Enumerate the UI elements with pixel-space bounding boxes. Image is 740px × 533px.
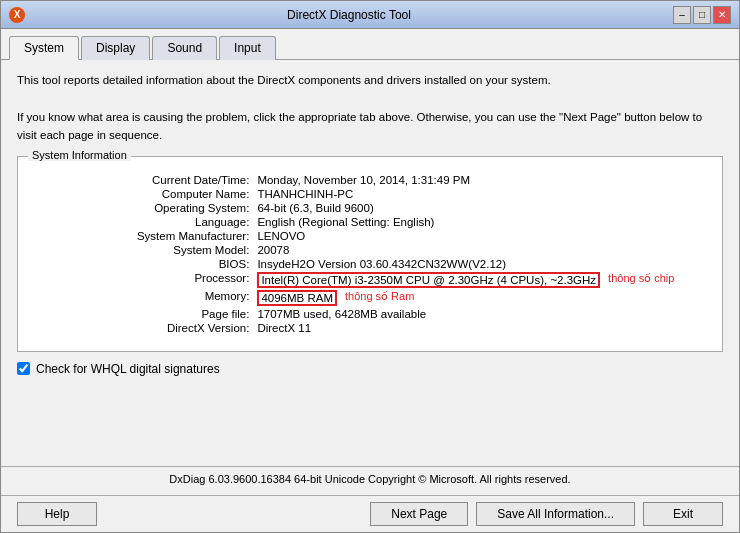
table-row: BIOS: InsydeH2O Version 03.60.4342CN32WW… — [34, 257, 706, 271]
processor-highlight-box: Intel(R) Core(TM) i3-2350M CPU @ 2.30GHz… — [257, 272, 600, 288]
field-value-memory: 4096MB RAM thông số Ram — [253, 289, 706, 307]
save-all-button[interactable]: Save All Information... — [476, 502, 635, 526]
field-value: InsydeH2O Version 03.60.4342CN32WW(V2.12… — [253, 257, 706, 271]
whql-checkbox[interactable] — [17, 362, 30, 375]
copyright-bar: DxDiag 6.03.9600.16384 64-bit Unicode Co… — [1, 466, 739, 495]
tab-sound[interactable]: Sound — [152, 36, 217, 60]
title-bar: X DirectX Diagnostic Tool – □ ✕ — [1, 1, 739, 29]
button-bar: Help Next Page Save All Information... E… — [1, 495, 739, 532]
field-value: English (Regional Setting: English) — [253, 215, 706, 229]
field-label: System Model: — [34, 243, 253, 257]
info-text-1: This tool reports detailed information a… — [17, 72, 723, 89]
table-row: Language: English (Regional Setting: Eng… — [34, 215, 706, 229]
window-controls: – □ ✕ — [673, 6, 731, 24]
processor-annotation: thông số chip — [608, 272, 674, 285]
field-label: Current Date/Time: — [34, 173, 253, 187]
tab-bar: System Display Sound Input — [1, 29, 739, 60]
system-info-table: Current Date/Time: Monday, November 10, … — [34, 173, 706, 335]
copyright-text: DxDiag 6.03.9600.16384 64-bit Unicode Co… — [17, 473, 723, 485]
app-icon: X — [9, 7, 25, 23]
table-row: DirectX Version: DirectX 11 — [34, 321, 706, 335]
minimize-button[interactable]: – — [673, 6, 691, 24]
field-value-processor: Intel(R) Core(TM) i3-2350M CPU @ 2.30GHz… — [253, 271, 706, 289]
table-row: Computer Name: THANHCHINH-PC — [34, 187, 706, 201]
field-label: Operating System: — [34, 201, 253, 215]
restore-button[interactable]: □ — [693, 6, 711, 24]
field-label-processor: Processor: — [34, 271, 253, 289]
close-button[interactable]: ✕ — [713, 6, 731, 24]
main-window: X DirectX Diagnostic Tool – □ ✕ System D… — [0, 0, 740, 533]
table-row: Page file: 1707MB used, 6428MB available — [34, 307, 706, 321]
field-value: LENOVO — [253, 229, 706, 243]
field-value: DirectX 11 — [253, 321, 706, 335]
main-content: This tool reports detailed information a… — [1, 60, 739, 466]
table-row-processor: Processor: Intel(R) Core(TM) i3-2350M CP… — [34, 271, 706, 289]
memory-annotation: thông số Ram — [345, 290, 414, 303]
field-label: DirectX Version: — [34, 321, 253, 335]
info-text-2: If you know what area is causing the pro… — [17, 109, 723, 144]
field-value: THANHCHINH-PC — [253, 187, 706, 201]
exit-button[interactable]: Exit — [643, 502, 723, 526]
field-value: Monday, November 10, 2014, 1:31:49 PM — [253, 173, 706, 187]
field-value: 1707MB used, 6428MB available — [253, 307, 706, 321]
field-value: 64-bit (6.3, Build 9600) — [253, 201, 706, 215]
whql-label: Check for WHQL digital signatures — [36, 362, 220, 376]
table-row: Operating System: 64-bit (6.3, Build 960… — [34, 201, 706, 215]
field-label: Computer Name: — [34, 187, 253, 201]
system-info-group: System Information Current Date/Time: Mo… — [17, 156, 723, 352]
field-label: BIOS: — [34, 257, 253, 271]
table-row: System Manufacturer: LENOVO — [34, 229, 706, 243]
tab-system[interactable]: System — [9, 36, 79, 60]
field-label: Page file: — [34, 307, 253, 321]
whql-checkbox-row: Check for WHQL digital signatures — [17, 362, 723, 376]
field-value: 20078 — [253, 243, 706, 257]
window-title: DirectX Diagnostic Tool — [25, 8, 673, 22]
field-label-memory: Memory: — [34, 289, 253, 307]
table-row: Current Date/Time: Monday, November 10, … — [34, 173, 706, 187]
field-label: Language: — [34, 215, 253, 229]
tab-input[interactable]: Input — [219, 36, 276, 60]
system-group-label: System Information — [28, 149, 131, 161]
table-row: System Model: 20078 — [34, 243, 706, 257]
next-page-button[interactable]: Next Page — [370, 502, 468, 526]
table-row-memory: Memory: 4096MB RAM thông số Ram — [34, 289, 706, 307]
tab-display[interactable]: Display — [81, 36, 150, 60]
help-button[interactable]: Help — [17, 502, 97, 526]
memory-highlight-box: 4096MB RAM — [257, 290, 337, 306]
field-label: System Manufacturer: — [34, 229, 253, 243]
